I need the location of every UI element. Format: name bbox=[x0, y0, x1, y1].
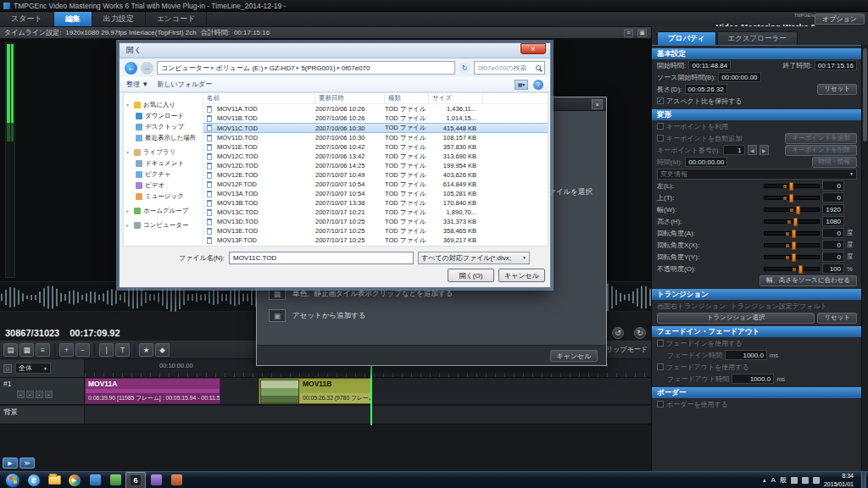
taskbar-media-player-button[interactable]: ▶ bbox=[64, 472, 85, 488]
forward-icon[interactable]: → bbox=[141, 62, 153, 75]
add-tile-clip-option[interactable]: ▦ 単色、静止画タイル表示クリップなどを追加する bbox=[269, 287, 453, 300]
file-row[interactable]: MOV11B.TOD2007/10/06 10:26TOD ファイル1,014,… bbox=[203, 114, 548, 123]
taskbar-ie-button[interactable]: e bbox=[24, 472, 44, 488]
track-1-header[interactable]: #1 ▪ ▪ ▪ ▪ bbox=[0, 378, 85, 404]
open-dialog-close-icon[interactable]: × bbox=[520, 43, 546, 54]
sidebar-group-homegroup[interactable]: ▸ホームグループ bbox=[124, 205, 203, 216]
opacity-slider[interactable] bbox=[764, 267, 820, 271]
tab-output-settings[interactable]: 出力設定 bbox=[92, 12, 146, 26]
add-clip-cancel-button[interactable]: キャンセル bbox=[550, 350, 598, 362]
ime-input-mode[interactable]: A bbox=[771, 476, 776, 484]
delete-keypoint-button[interactable]: キーポイントを削除 bbox=[785, 145, 857, 156]
width-value[interactable]: 1920 bbox=[822, 204, 844, 214]
keypoint-prev-icon[interactable]: ◀ bbox=[748, 145, 757, 155]
rotation-y-value[interactable]: 0 bbox=[822, 252, 844, 262]
timeline-prev-button[interactable]: ▶ bbox=[3, 458, 18, 469]
breadcrumb-computer[interactable]: コンピューター bbox=[161, 64, 209, 73]
aspect-ratio-checkbox[interactable]: ✓ bbox=[657, 97, 664, 104]
remove-clip-tool-button[interactable]: − bbox=[75, 343, 90, 357]
rotation-x-slider[interactable] bbox=[764, 243, 820, 247]
file-row[interactable]: MOV12E.TOD2007/10/07 10:49TOD ファイル403,62… bbox=[203, 170, 548, 180]
sidebar-item-music[interactable]: ミュージック bbox=[124, 191, 203, 202]
use-keypoint-checkbox[interactable] bbox=[657, 123, 664, 130]
taskbar-tmpgenc-button[interactable]: 6 bbox=[125, 472, 146, 488]
file-row-selected[interactable]: MOV11C.TOD2007/10/06 10:30TOD ファイル415,44… bbox=[203, 123, 548, 133]
file-row[interactable]: MOV13D.TOD2007/10/17 10:25TOD ファイル331,37… bbox=[203, 217, 548, 226]
transition-select-button[interactable]: トランジション選択 bbox=[657, 313, 815, 324]
tray-network-icon[interactable] bbox=[813, 477, 820, 484]
fade-in-checkbox[interactable] bbox=[657, 340, 664, 347]
tab-edit[interactable]: 編集 bbox=[54, 12, 92, 26]
source-start-value[interactable]: 00:00:00.00 bbox=[718, 72, 760, 82]
sidebar-item-documents[interactable]: ドキュメント bbox=[124, 158, 203, 169]
cancel-button[interactable]: キャンセル bbox=[498, 269, 545, 282]
sidebar-group-libraries[interactable]: ▾ライブラリ bbox=[124, 147, 203, 158]
back-icon[interactable]: ← bbox=[125, 62, 137, 75]
rotation-value[interactable]: 0 bbox=[822, 228, 844, 238]
redo-icon[interactable]: ↻ bbox=[634, 327, 646, 339]
new-folder-button[interactable]: 新しいフォルダー bbox=[157, 80, 212, 89]
fade-out-checkbox[interactable] bbox=[657, 363, 664, 370]
file-row[interactable]: MOV12C.TOD2007/10/06 13:42TOD ファイル313,69… bbox=[203, 152, 548, 161]
column-type[interactable]: 種類 bbox=[385, 93, 429, 103]
taskbar-explorer-button[interactable] bbox=[44, 472, 64, 488]
sidebar-item-pictures[interactable]: ピクチャ bbox=[124, 169, 203, 180]
rotation-slider[interactable] bbox=[764, 231, 820, 236]
track-button[interactable]: ▪ bbox=[17, 391, 25, 398]
file-row[interactable]: MOV12D.TOD2007/10/06 14:25TOD ファイル199,95… bbox=[203, 161, 548, 170]
add-from-asset-option[interactable]: ▣ アセットから追加する bbox=[269, 309, 366, 322]
file-row[interactable]: MOV11A.TOD2007/10/06 10:26TOD ファイル1,436,… bbox=[203, 104, 548, 114]
tray-volume-icon[interactable] bbox=[802, 477, 809, 484]
sidebar-item-desktop[interactable]: デスクトップ bbox=[124, 121, 203, 132]
auto-keypoint-checkbox[interactable] bbox=[657, 135, 664, 141]
start-time-value[interactable]: 00:11:48.84 bbox=[688, 60, 731, 70]
add-clip-close-icon[interactable]: × bbox=[592, 99, 603, 109]
zoom-level-dropdown[interactable]: 全体▼ bbox=[15, 363, 51, 374]
show-desktop-button[interactable] bbox=[861, 472, 866, 488]
track-button[interactable]: ▪ bbox=[45, 391, 53, 398]
column-name[interactable]: 名前 bbox=[203, 93, 315, 103]
clip-mov11b[interactable]: MOV11B 00:05:26.32 (9780 フレーム) : 00:11:4… bbox=[259, 378, 371, 404]
taskbar-app-button[interactable] bbox=[105, 472, 125, 488]
timeline-tool-button[interactable]: ▦ bbox=[19, 343, 34, 357]
file-row[interactable]: MOV13F.TOD2007/10/17 10:25TOD ファイル369,21… bbox=[203, 236, 548, 245]
keypoint-next-icon[interactable]: ▶ bbox=[760, 145, 769, 155]
keypoint-number-value[interactable]: 1 bbox=[723, 145, 745, 155]
breadcrumb[interactable]: コンピューター▸ ボリューム (E:)▸ GZ-HD7▸ 5(PRG001)▸ … bbox=[157, 61, 455, 75]
track-button[interactable]: ▪ bbox=[26, 391, 34, 398]
time-info-button[interactable]: 時間・情報 bbox=[812, 157, 858, 168]
fade-out-time-value[interactable]: 1000.0 bbox=[732, 374, 774, 384]
text-tool-button[interactable]: T bbox=[115, 343, 130, 357]
height-slider[interactable] bbox=[764, 219, 820, 224]
tab-start[interactable]: スタート bbox=[0, 12, 54, 26]
left-slider[interactable] bbox=[764, 184, 820, 188]
sidebar-group-computer[interactable]: ▸コンピューター bbox=[124, 219, 203, 230]
file-row[interactable]: MOV13A.TOD2007/10/07 10:54TOD ファイル105,28… bbox=[203, 189, 548, 198]
fade-in-time-value[interactable]: 1000.0 bbox=[725, 350, 767, 360]
breadcrumb-0f07e070[interactable]: 0f07e070 bbox=[342, 64, 370, 72]
sidebar-group-favorites[interactable]: ▾お気に入り bbox=[124, 99, 203, 110]
tab-properties[interactable]: プロパティ bbox=[657, 31, 716, 45]
zoom-icon[interactable]: ◇ bbox=[3, 364, 12, 373]
filename-input[interactable]: MOV11C.TOD bbox=[229, 252, 414, 264]
change-info-dropdown[interactable]: 変更情報▼ bbox=[657, 169, 857, 180]
fit-to-source-button[interactable]: 幅、高さをソースに合わせる bbox=[760, 275, 857, 286]
tab-explorer[interactable]: エクスプローラー bbox=[717, 31, 798, 45]
track-background-header[interactable]: 背景 bbox=[0, 406, 85, 424]
add-clip-tool-button[interactable]: + bbox=[59, 343, 74, 357]
options-button[interactable]: オプション bbox=[815, 14, 865, 25]
track-button[interactable]: ▪ bbox=[36, 391, 43, 398]
settings-bar-menu-icon[interactable]: ≡ bbox=[624, 29, 633, 37]
undo-icon[interactable]: ↺ bbox=[612, 327, 624, 339]
transition-reset-button[interactable]: リセット bbox=[817, 313, 857, 324]
top-slider[interactable] bbox=[764, 196, 820, 200]
transition-tool-button[interactable]: ◆ bbox=[155, 343, 170, 357]
timeline-tool-button[interactable]: ▤ bbox=[3, 343, 18, 357]
file-row[interactable]: MOV12F.TOD2007/10/07 10:54TOD ファイル614,84… bbox=[203, 180, 548, 189]
split-tool-button[interactable]: | bbox=[99, 343, 114, 357]
length-value[interactable]: 00:05:26.32 bbox=[685, 84, 727, 94]
rotation-x-value[interactable]: 0 bbox=[822, 240, 844, 250]
effect-tool-button[interactable]: ★ bbox=[139, 343, 153, 357]
sidebar-item-recent[interactable]: 最近表示した場所 bbox=[124, 132, 203, 143]
tray-expand-icon[interactable]: ▲ bbox=[762, 478, 767, 483]
